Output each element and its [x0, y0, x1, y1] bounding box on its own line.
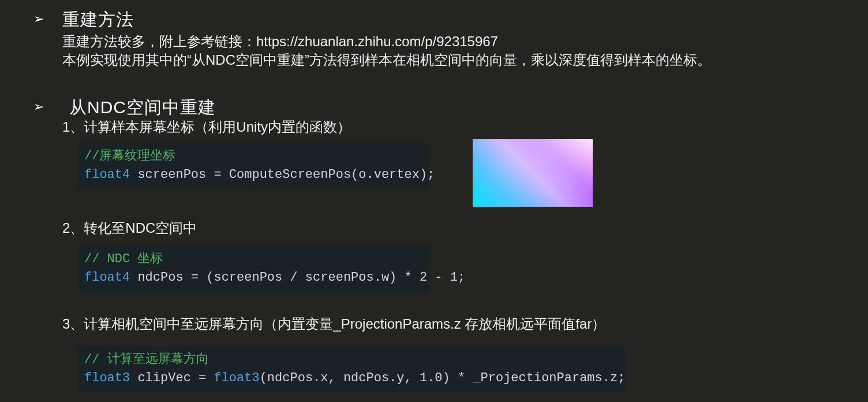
code-type: float4	[84, 270, 130, 285]
gradient-preview-image	[473, 139, 593, 207]
code-type: float3	[84, 371, 130, 385]
code-text: ndcPos = (screenPos / screenPos.w) * 2 -…	[130, 270, 465, 285]
code-comment: //屏幕纹理坐标	[84, 149, 175, 163]
step2-label: 2、转化至NDC空间中	[62, 219, 197, 237]
step3-label: 3、计算相机空间中至远屏幕方向（内置变量_ProjectionParams.z …	[62, 315, 605, 333]
code-line: // NDC 坐标	[84, 250, 422, 269]
bullet-icon: ➢	[33, 99, 44, 114]
code-type: float4	[84, 168, 130, 182]
code-text: screenPos = ComputeScreenPos(o.vertex);	[130, 168, 435, 182]
code-text: clipVec =	[130, 371, 214, 385]
heading-reconstruction-methods: 重建方法	[62, 8, 134, 32]
step1-label: 1、计算样本屏幕坐标（利用Unity内置的函数）	[62, 118, 351, 136]
method-description: 本例实现使用其中的“从NDC空间中重建”方法得到样本在相机空间中的向量，乘以深度…	[62, 51, 711, 69]
bullet-icon: ➢	[33, 12, 44, 27]
code-line: //屏幕纹理坐标	[84, 147, 422, 166]
code-comment: // NDC 坐标	[84, 252, 163, 266]
code-text: (ndcPos.x, ndcPos.y, 1.0) * _ProjectionP…	[260, 371, 626, 385]
code-block-ndcpos: // NDC 坐标 float4 ndcPos = (screenPos / s…	[77, 245, 429, 292]
code-comment: // 计算至远屏幕方向	[84, 352, 209, 367]
reference-link-text: 重建方法较多，附上参考链接：https://zhuanlan.zhihu.com…	[62, 32, 498, 51]
heading-ndc-reconstruction: 从NDC空间中重建	[69, 96, 216, 120]
code-block-screenpos: //屏幕纹理坐标 float4 screenPos = ComputeScree…	[77, 143, 429, 189]
code-type: float3	[214, 371, 259, 385]
code-line: float4 screenPos = ComputeScreenPos(o.ve…	[84, 166, 422, 184]
code-line: float4 ndcPos = (screenPos / screenPos.w…	[84, 269, 422, 287]
code-block-clipvec: // 计算至远屏幕方向 float3 clipVec = float3(ndcP…	[77, 346, 626, 392]
code-line: // 计算至远屏幕方向	[84, 351, 619, 369]
slide-root: ➢ 重建方法 重建方法较多，附上参考链接：https://zhuanlan.zh…	[0, 0, 868, 402]
code-line: float3 clipVec = float3(ndcPos.x, ndcPos…	[84, 369, 619, 388]
